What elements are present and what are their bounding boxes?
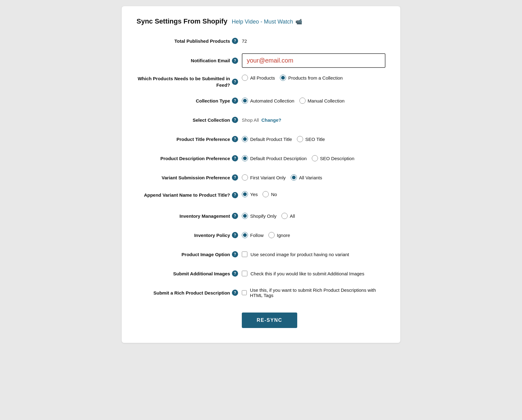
notification-email-help-icon[interactable]: ? [232,58,238,64]
default-product-title-radio[interactable] [242,136,248,142]
follow-option[interactable]: Follow [242,232,263,238]
variant-submission-row: Variant Submission Preference ? First Va… [137,171,385,184]
seo-title-radio[interactable] [297,136,303,142]
total-published-products-row: Total Published Products ? 72 [137,34,385,48]
append-variant-yes-option[interactable]: Yes [242,191,258,197]
select-collection-label: Select Collection ? [137,117,242,123]
product-desc-pref-row: Product Description Preference ? Default… [137,151,385,165]
seo-description-option[interactable]: SEO Description [312,155,355,161]
follow-radio[interactable] [242,232,248,238]
append-variant-no-radio[interactable] [263,191,269,197]
automated-collection-radio[interactable] [242,98,248,104]
automated-collection-option[interactable]: Automated Collection [242,98,294,104]
product-title-pref-help-icon[interactable]: ? [232,136,238,142]
all-inventory-radio[interactable] [281,213,288,219]
all-variants-radio[interactable] [291,174,297,181]
product-desc-pref-help-icon[interactable]: ? [232,155,238,161]
first-variant-only-radio[interactable] [242,174,248,181]
settings-card: Sync Settings From Shopify Help Video - … [122,6,400,343]
append-variant-help-icon[interactable]: ? [232,192,238,198]
variant-submission-label: Variant Submission Preference ? [137,174,242,181]
product-image-option-checkbox[interactable] [242,252,247,257]
submit-rich-desc-help-icon[interactable]: ? [232,290,238,296]
variant-submission-help-icon[interactable]: ? [232,174,238,181]
notification-email-label: Notification Email ? [137,58,242,64]
which-products-label: Which Products Needs to be Submitted in … [137,75,242,88]
default-product-title-option[interactable]: Default Product Title [242,136,292,142]
which-products-row: Which Products Needs to be Submitted in … [137,73,385,88]
submit-rich-desc-label: Submit a Rich Product Description ? [137,290,242,296]
collection-type-label: Collection Type ? [137,98,242,104]
select-collection-help-icon[interactable]: ? [232,117,238,123]
manual-collection-option[interactable]: Manual Collection [299,98,345,104]
seo-description-radio[interactable] [312,155,318,161]
all-products-radio[interactable] [242,75,248,81]
submit-additional-images-checkbox-label[interactable]: Check this if you would like to submit A… [242,271,364,276]
append-variant-row: Append Variant Name to Product Title? ? … [137,190,385,203]
first-variant-only-option[interactable]: First Variant Only [242,174,286,181]
product-image-option-label: Product Image Option ? [137,251,242,257]
append-variant-no-option[interactable]: No [263,191,277,197]
product-title-pref-row: Product Title Preference ? Default Produ… [137,132,385,146]
inventory-policy-row: Inventory Policy ? Follow Ignore [137,228,385,242]
submit-additional-images-label: Submit Additional Images ? [137,270,242,277]
shopify-only-option[interactable]: Shopify Only [242,213,276,219]
help-link[interactable]: Help Video - Must Watch 📹 [232,19,302,25]
default-product-desc-radio[interactable] [242,155,248,161]
product-image-option-help-icon[interactable]: ? [232,251,238,257]
change-collection-link[interactable]: Change? [261,117,281,123]
default-product-desc-option[interactable]: Default Product Description [242,155,307,161]
submit-rich-desc-row: Submit a Rich Product Description ? Use … [137,286,385,300]
resync-button[interactable]: RE-SYNC [242,313,297,328]
collection-type-help-icon[interactable]: ? [232,98,238,104]
shopify-only-radio[interactable] [242,213,248,219]
ignore-option[interactable]: Ignore [268,232,290,238]
submit-additional-images-checkbox[interactable] [242,271,247,276]
collection-type-row: Collection Type ? Automated Collection M… [137,94,385,107]
all-variants-option[interactable]: All Variants [291,174,322,181]
product-image-option-checkbox-label[interactable]: Use second image for product having no v… [242,252,349,257]
inventory-management-row: Inventory Management ? Shopify Only All [137,209,385,223]
inventory-management-help-icon[interactable]: ? [232,213,238,219]
resync-button-row: RE-SYNC [137,305,385,328]
notification-email-row: Notification Email ? [137,53,385,68]
seo-title-option[interactable]: SEO Title [297,136,325,142]
select-collection-row: Select Collection ? Shop All Change? [137,113,385,127]
append-variant-yes-radio[interactable] [242,191,248,197]
submit-rich-desc-checkbox-label[interactable]: Use this, if you want to submit Rich Pro… [242,287,385,298]
page-title: Sync Settings From Shopify Help Video - … [137,17,385,25]
total-published-products-value: 72 [242,38,247,44]
which-products-help-icon[interactable]: ? [232,79,238,85]
submit-additional-images-help-icon[interactable]: ? [232,270,238,277]
submit-rich-desc-checkbox[interactable] [242,290,247,295]
inventory-management-label: Inventory Management ? [137,213,242,219]
all-products-option[interactable]: All Products [242,75,275,81]
ignore-radio[interactable] [268,232,275,238]
inventory-policy-label: Inventory Policy ? [137,232,242,238]
products-from-collection-radio[interactable] [280,75,286,81]
submit-additional-images-row: Submit Additional Images ? Check this if… [137,267,385,280]
all-inventory-option[interactable]: All [281,213,295,219]
product-desc-pref-label: Product Description Preference ? [137,155,242,161]
camera-icon: 📹 [295,19,302,25]
products-from-collection-option[interactable]: Products from a Collection [280,75,343,81]
total-published-products-label: Total Published Products ? [137,38,242,44]
manual-collection-radio[interactable] [299,98,306,104]
product-image-option-row: Product Image Option ? Use second image … [137,247,385,261]
total-published-products-help-icon[interactable]: ? [232,38,238,44]
notification-email-input[interactable] [242,53,385,68]
product-title-pref-label: Product Title Preference ? [137,136,242,142]
append-variant-label: Append Variant Name to Product Title? ? [137,191,242,198]
inventory-policy-help-icon[interactable]: ? [232,232,238,238]
select-collection-value: Shop All Change? [242,117,281,123]
